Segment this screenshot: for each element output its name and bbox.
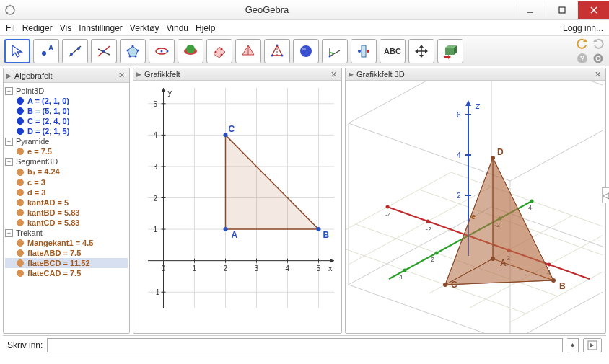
- algebra-item[interactable]: A = (2, 1, 0): [5, 96, 128, 106]
- graphics2d-close[interactable]: ✕: [329, 70, 338, 79]
- algebra-category[interactable]: −Trekant: [5, 228, 128, 238]
- input-help-button[interactable]: [583, 338, 602, 352]
- tool-sphere[interactable]: [293, 39, 319, 63]
- algebra-item[interactable]: flateABD = 7.5: [5, 248, 128, 258]
- undo-button[interactable]: [576, 37, 589, 50]
- maximize-button[interactable]: [546, 1, 577, 19]
- algebra-close[interactable]: ✕: [117, 71, 126, 80]
- visibility-dot[interactable]: [17, 189, 24, 196]
- close-button[interactable]: [577, 1, 609, 19]
- graphics3d-header[interactable]: ▶ Grafikkfelt 3D ✕: [346, 68, 605, 81]
- toolbar: A ABC ?: [0, 36, 609, 66]
- menu-vindu[interactable]: Vindu: [167, 23, 188, 33]
- collapse-icon[interactable]: −: [5, 158, 13, 166]
- login-link[interactable]: Logg inn...: [563, 23, 603, 33]
- visibility-dot[interactable]: [17, 117, 24, 125]
- menu-innstillinger[interactable]: Innstillinger: [79, 23, 123, 33]
- menu-hjelp[interactable]: Hjelp: [196, 23, 215, 33]
- visibility-dot[interactable]: [17, 239, 24, 247]
- graphics3d-close[interactable]: ✕: [593, 70, 603, 79]
- menu-rediger[interactable]: Rediger: [22, 23, 53, 33]
- svg-point-173: [491, 156, 495, 160]
- tool-point[interactable]: A: [33, 39, 59, 63]
- visibility-dot[interactable]: [17, 107, 24, 115]
- collapse-icon[interactable]: −: [5, 138, 13, 146]
- visibility-dot[interactable]: [17, 169, 24, 176]
- algebra-item[interactable]: C = (2, 4, 0): [5, 116, 128, 126]
- chevron-right-icon[interactable]: ▶: [349, 71, 354, 78]
- algebra-category[interactable]: −Point3D: [5, 86, 128, 96]
- svg-rect-7: [559, 7, 565, 13]
- visibility-dot[interactable]: [17, 199, 24, 206]
- menu-vis[interactable]: Vis: [60, 23, 71, 33]
- item-text: flateCAD = 7.5: [27, 269, 81, 278]
- graphics3d-canvas[interactable]: z-4-224-4-224246ABCDe: [346, 81, 605, 333]
- tool-angle[interactable]: [322, 39, 348, 63]
- redo-button[interactable]: [592, 37, 605, 50]
- svg-text:C: C: [229, 124, 235, 134]
- tool-net[interactable]: [264, 39, 290, 63]
- visibility-dot[interactable]: [17, 97, 24, 105]
- algebra-item[interactable]: D = (2, 1, 5): [5, 126, 128, 136]
- tool-perpendicular[interactable]: [91, 39, 117, 63]
- visibility-dot[interactable]: [17, 209, 24, 216]
- minimize-button[interactable]: [514, 1, 546, 19]
- algebra-item[interactable]: kantBD = 5.83: [5, 208, 128, 218]
- svg-point-111: [224, 133, 228, 137]
- tool-text[interactable]: ABC: [380, 39, 406, 63]
- algebra-header[interactable]: ▶ Algebrafelt ✕: [4, 68, 129, 83]
- tool-line[interactable]: [62, 39, 88, 63]
- tool-move[interactable]: [4, 39, 30, 63]
- algebra-item[interactable]: d = 3: [5, 187, 128, 197]
- menu-fil[interactable]: Fil: [6, 23, 15, 33]
- algebra-item[interactable]: c = 3: [5, 177, 128, 187]
- algebra-item[interactable]: B = (5, 1, 0): [5, 106, 128, 116]
- svg-marker-106: [226, 135, 319, 229]
- help-icon[interactable]: ?: [576, 52, 589, 65]
- item-text: C = (2, 4, 0): [27, 117, 69, 125]
- tool-plane-3pt[interactable]: [206, 39, 232, 63]
- svg-marker-139: [465, 100, 471, 106]
- input-dropdown[interactable]: ♦: [567, 338, 579, 352]
- tool-pyramid[interactable]: [235, 39, 261, 63]
- tool-translate-view[interactable]: [408, 39, 434, 63]
- algebra-item[interactable]: b₁ = 4.24: [5, 167, 128, 177]
- item-text: kantBD = 5.83: [27, 208, 79, 217]
- settings-icon[interactable]: [592, 52, 605, 65]
- visibility-dot[interactable]: [17, 128, 24, 135]
- algebra-category[interactable]: −Pyramide: [5, 136, 128, 146]
- svg-point-13: [70, 53, 73, 56]
- command-input[interactable]: [47, 338, 563, 352]
- chevron-right-icon[interactable]: ▶: [136, 71, 141, 78]
- tool-polygon[interactable]: [120, 39, 146, 63]
- svg-point-25: [161, 50, 163, 52]
- algebra-category[interactable]: −Segment3D: [5, 156, 128, 167]
- graphics2d-canvas[interactable]: xy012345-112345ABC: [133, 81, 341, 333]
- algebra-item[interactable]: kantAD = 5: [5, 197, 128, 208]
- side-expand-handle[interactable]: ◁: [602, 187, 609, 203]
- svg-point-30: [215, 50, 217, 53]
- tool-circle[interactable]: [149, 39, 175, 63]
- visibility-dot[interactable]: [17, 219, 24, 226]
- menu-verktoy[interactable]: Verktøy: [130, 23, 159, 33]
- visibility-dot[interactable]: [17, 249, 24, 257]
- visibility-dot[interactable]: [17, 259, 24, 267]
- tool-intersect-surface[interactable]: [178, 39, 203, 63]
- algebra-item[interactable]: flateBCD = 11.52: [5, 258, 128, 268]
- algebra-panel: ▶ Algebrafelt ✕ −Point3DA = (2, 1, 0)B =…: [3, 68, 130, 334]
- collapse-icon[interactable]: −: [5, 87, 13, 95]
- visibility-dot[interactable]: [17, 270, 24, 277]
- algebra-item[interactable]: e = 7.5: [5, 146, 128, 156]
- graphics2d-header[interactable]: ▶ Grafikkfelt ✕: [133, 68, 341, 81]
- collapse-icon[interactable]: −: [5, 229, 13, 237]
- visibility-dot[interactable]: [17, 148, 24, 155]
- chevron-right-icon[interactable]: ▶: [6, 72, 12, 79]
- visibility-dot[interactable]: [17, 179, 24, 186]
- svg-line-118: [510, 103, 603, 181]
- svg-marker-49: [419, 55, 424, 58]
- tool-reflect[interactable]: [351, 39, 377, 63]
- algebra-item[interactable]: flateCAD = 7.5: [5, 268, 128, 278]
- algebra-item[interactable]: kantCD = 5.83: [5, 218, 128, 228]
- algebra-item[interactable]: Mangekant1 = 4.5: [5, 238, 128, 248]
- tool-view-front[interactable]: [437, 39, 463, 63]
